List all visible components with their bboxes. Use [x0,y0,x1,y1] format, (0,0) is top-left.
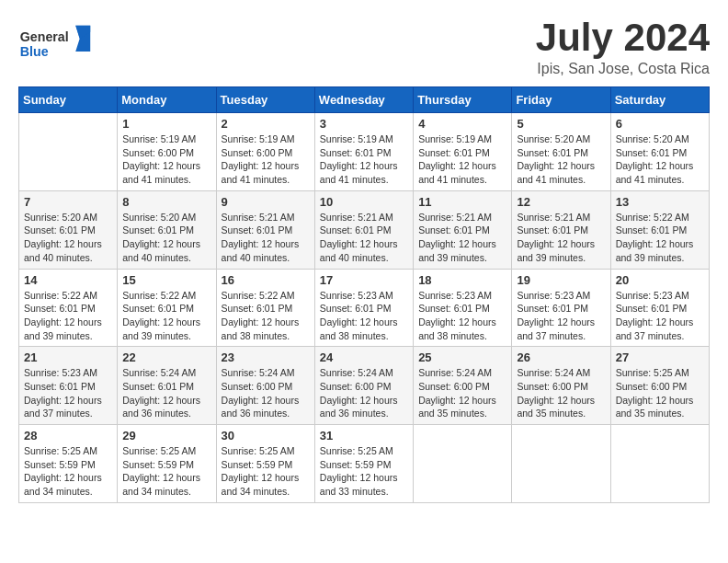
calendar-cell: 20Sunrise: 5:23 AM Sunset: 6:01 PM Dayli… [610,269,709,347]
day-info: Sunrise: 5:22 AM Sunset: 6:01 PM Dayligh… [616,211,704,265]
day-info: Sunrise: 5:24 AM Sunset: 6:01 PM Dayligh… [122,366,210,420]
day-number: 26 [517,350,605,364]
day-number: 29 [122,429,210,442]
weekday-header: Monday [118,87,216,113]
calendar-cell [512,425,610,503]
weekday-header: Tuesday [216,87,314,113]
day-info: Sunrise: 5:19 AM Sunset: 6:01 PM Dayligh… [320,132,408,187]
day-number: 4 [418,117,506,131]
day-number: 21 [24,350,112,364]
location: Ipis, San Jose, Costa Rica [536,61,710,77]
day-number: 27 [616,350,704,364]
day-number: 13 [616,195,704,209]
calendar-cell: 29Sunrise: 5:25 AM Sunset: 5:59 PM Dayli… [118,425,216,503]
day-info: Sunrise: 5:25 AM Sunset: 5:59 PM Dayligh… [320,444,408,499]
weekday-header: Saturday [610,87,709,113]
calendar-cell: 6Sunrise: 5:20 AM Sunset: 6:01 PM Daylig… [610,113,709,191]
calendar-cell: 21Sunrise: 5:23 AM Sunset: 6:01 PM Dayli… [19,347,118,425]
day-info: Sunrise: 5:20 AM Sunset: 6:01 PM Dayligh… [122,211,210,265]
calendar-cell: 4Sunrise: 5:19 AM Sunset: 6:01 PM Daylig… [414,113,512,191]
calendar-cell: 15Sunrise: 5:22 AM Sunset: 6:01 PM Dayli… [118,269,216,347]
day-info: Sunrise: 5:21 AM Sunset: 6:01 PM Dayligh… [517,211,605,265]
day-info: Sunrise: 5:23 AM Sunset: 6:01 PM Dayligh… [24,366,112,420]
calendar-cell: 12Sunrise: 5:21 AM Sunset: 6:01 PM Dayli… [512,190,610,269]
day-info: Sunrise: 5:19 AM Sunset: 6:00 PM Dayligh… [122,132,210,187]
day-number: 11 [418,195,506,209]
calendar-cell: 26Sunrise: 5:24 AM Sunset: 6:00 PM Dayli… [512,347,610,425]
calendar-cell: 31Sunrise: 5:25 AM Sunset: 5:59 PM Dayli… [314,425,413,503]
day-info: Sunrise: 5:24 AM Sunset: 6:00 PM Dayligh… [222,366,310,420]
day-info: Sunrise: 5:24 AM Sunset: 6:00 PM Dayligh… [517,366,605,420]
calendar-cell: 11Sunrise: 5:21 AM Sunset: 6:01 PM Dayli… [414,190,512,269]
day-info: Sunrise: 5:23 AM Sunset: 6:01 PM Dayligh… [320,289,408,343]
day-info: Sunrise: 5:24 AM Sunset: 6:00 PM Dayligh… [320,366,408,420]
weekday-header: Thursday [414,87,512,113]
calendar-cell: 9Sunrise: 5:21 AM Sunset: 6:01 PM Daylig… [216,190,314,269]
day-number: 8 [122,195,210,209]
page-header: General Blue July 2024 Ipis, San Jose, C… [18,18,710,77]
calendar-cell: 8Sunrise: 5:20 AM Sunset: 6:01 PM Daylig… [118,190,216,269]
day-info: Sunrise: 5:22 AM Sunset: 6:01 PM Dayligh… [222,289,310,343]
day-info: Sunrise: 5:19 AM Sunset: 6:01 PM Dayligh… [418,132,506,187]
day-info: Sunrise: 5:20 AM Sunset: 6:01 PM Dayligh… [616,132,704,187]
day-number: 22 [122,350,210,364]
calendar-cell: 28Sunrise: 5:25 AM Sunset: 5:59 PM Dayli… [19,425,118,503]
day-number: 9 [222,195,310,209]
calendar-cell: 25Sunrise: 5:24 AM Sunset: 6:00 PM Dayli… [414,347,512,425]
svg-text:General: General [20,29,69,44]
day-info: Sunrise: 5:21 AM Sunset: 6:01 PM Dayligh… [418,211,506,265]
day-number: 17 [320,273,408,287]
day-number: 19 [517,273,605,287]
day-number: 16 [222,273,310,287]
day-number: 15 [122,273,210,287]
day-number: 31 [320,429,408,442]
calendar-header-row: SundayMondayTuesdayWednesdayThursdayFrid… [19,87,710,113]
general-blue-logo: General Blue [18,18,92,64]
logo: General Blue [18,18,92,64]
day-info: Sunrise: 5:25 AM Sunset: 5:59 PM Dayligh… [122,444,210,499]
day-number: 18 [418,273,506,287]
day-number: 20 [616,273,704,287]
day-info: Sunrise: 5:23 AM Sunset: 6:01 PM Dayligh… [418,289,506,343]
calendar-week-row: 21Sunrise: 5:23 AM Sunset: 6:01 PM Dayli… [19,347,710,425]
calendar-cell: 7Sunrise: 5:20 AM Sunset: 6:01 PM Daylig… [19,190,118,269]
calendar-week-row: 28Sunrise: 5:25 AM Sunset: 5:59 PM Dayli… [19,425,710,503]
day-number: 30 [222,429,310,442]
day-number: 23 [222,350,310,364]
day-number: 6 [616,117,704,131]
calendar-cell: 18Sunrise: 5:23 AM Sunset: 6:01 PM Dayli… [414,269,512,347]
calendar-cell: 24Sunrise: 5:24 AM Sunset: 6:00 PM Dayli… [314,347,413,425]
weekday-header: Sunday [19,87,118,113]
calendar-cell [414,425,512,503]
calendar-cell: 5Sunrise: 5:20 AM Sunset: 6:01 PM Daylig… [512,113,610,191]
day-number: 2 [222,117,310,131]
day-number: 28 [24,429,112,442]
calendar-cell [19,113,118,191]
day-info: Sunrise: 5:20 AM Sunset: 6:01 PM Dayligh… [517,132,605,187]
day-number: 12 [517,195,605,209]
svg-text:Blue: Blue [20,44,49,59]
calendar-cell: 2Sunrise: 5:19 AM Sunset: 6:00 PM Daylig… [216,113,314,191]
calendar-cell: 16Sunrise: 5:22 AM Sunset: 6:01 PM Dayli… [216,269,314,347]
calendar-cell: 1Sunrise: 5:19 AM Sunset: 6:00 PM Daylig… [118,113,216,191]
day-info: Sunrise: 5:25 AM Sunset: 5:59 PM Dayligh… [24,444,112,499]
day-number: 5 [517,117,605,131]
title-block: July 2024 Ipis, San Jose, Costa Rica [536,18,710,77]
day-number: 3 [320,117,408,131]
day-info: Sunrise: 5:25 AM Sunset: 5:59 PM Dayligh… [222,444,310,499]
day-info: Sunrise: 5:24 AM Sunset: 6:00 PM Dayligh… [418,366,506,420]
calendar-cell: 30Sunrise: 5:25 AM Sunset: 5:59 PM Dayli… [216,425,314,503]
day-info: Sunrise: 5:20 AM Sunset: 6:01 PM Dayligh… [24,211,112,265]
day-number: 14 [24,273,112,287]
day-info: Sunrise: 5:21 AM Sunset: 6:01 PM Dayligh… [222,211,310,265]
calendar-cell: 22Sunrise: 5:24 AM Sunset: 6:01 PM Dayli… [118,347,216,425]
calendar-cell: 19Sunrise: 5:23 AM Sunset: 6:01 PM Dayli… [512,269,610,347]
calendar-cell: 13Sunrise: 5:22 AM Sunset: 6:01 PM Dayli… [610,190,709,269]
calendar-cell: 3Sunrise: 5:19 AM Sunset: 6:01 PM Daylig… [314,113,413,191]
calendar-cell: 14Sunrise: 5:22 AM Sunset: 6:01 PM Dayli… [19,269,118,347]
calendar-cell: 17Sunrise: 5:23 AM Sunset: 6:01 PM Dayli… [314,269,413,347]
day-info: Sunrise: 5:22 AM Sunset: 6:01 PM Dayligh… [122,289,210,343]
day-number: 7 [24,195,112,209]
day-number: 1 [122,117,210,131]
day-info: Sunrise: 5:23 AM Sunset: 6:01 PM Dayligh… [517,289,605,343]
